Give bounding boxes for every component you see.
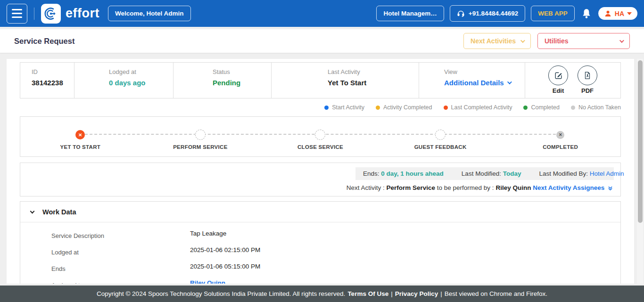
service-request-panel: ID 38142238 Lodged at 0 days ago Status … bbox=[7, 59, 634, 284]
request-info-strip: ID 38142238 Lodged at 0 days ago Status … bbox=[20, 62, 621, 98]
next-activities-button[interactable]: Next Activities bbox=[463, 33, 531, 49]
view-label: View bbox=[444, 68, 525, 75]
timeline-step-close-service: CLOSE SERVICE bbox=[260, 130, 380, 156]
performed-by-label: to be performed by : bbox=[437, 184, 494, 191]
footer-separator: | bbox=[440, 290, 442, 297]
timeline-step-label: PERFORM SERVICE bbox=[173, 144, 227, 150]
caret-down-icon bbox=[627, 12, 632, 15]
app-header: effort Welcome, Hotel Admin Hotel Manage… bbox=[0, 0, 644, 27]
work-data-row: Assigned to Riley Quinn bbox=[51, 279, 620, 284]
red-dot-icon bbox=[444, 106, 448, 110]
user-menu[interactable]: HA bbox=[598, 7, 637, 20]
effort-logo-icon bbox=[41, 4, 61, 24]
chevron-down-icon bbox=[30, 209, 35, 214]
additional-details-link[interactable]: Additional Details bbox=[444, 79, 525, 87]
brand-logo[interactable]: effort bbox=[41, 4, 108, 24]
field-label: Assigned to bbox=[51, 279, 190, 284]
status-label: Status bbox=[213, 68, 271, 75]
legend-label: Activity Completed bbox=[383, 104, 432, 111]
person-icon bbox=[604, 9, 612, 17]
next-activity-label: Next Activity : bbox=[347, 184, 385, 191]
legend-label: Completed bbox=[531, 104, 559, 111]
vertical-scrollbar[interactable] bbox=[637, 59, 643, 284]
dashed-circle-icon bbox=[315, 130, 325, 140]
next-activity-value: Perform Service bbox=[386, 184, 435, 191]
edit-button[interactable]: Edit bbox=[548, 65, 568, 98]
next-activities-label: Next Activities bbox=[471, 37, 516, 45]
hamburger-menu-icon[interactable] bbox=[7, 4, 27, 24]
last-modified-by-link[interactable]: Hotel Admin bbox=[590, 170, 624, 177]
dashed-circle-icon bbox=[435, 130, 446, 140]
pdf-button[interactable]: PDF bbox=[578, 65, 597, 98]
edit-label: Edit bbox=[548, 87, 568, 94]
info-status: Status Pending bbox=[173, 63, 272, 98]
work-data-section: Work Data Service Description Tap Leakag… bbox=[20, 201, 621, 284]
last-activity-value: Yet To Start bbox=[328, 79, 419, 87]
next-activity-assignees-link[interactable]: Next Activity Assignees bbox=[533, 184, 613, 191]
lodged-at-value: 0 days ago bbox=[109, 79, 173, 87]
page-toolbar: Service Request Next Activities Utilitie… bbox=[0, 29, 644, 53]
timeline-step-label: YET TO START bbox=[60, 144, 101, 150]
field-label: Service Description bbox=[51, 230, 190, 239]
web-app-button[interactable]: WEB APP bbox=[531, 6, 575, 21]
ends-value: 0 day, 1 hours ahead bbox=[381, 170, 444, 177]
header-divider bbox=[34, 8, 34, 20]
field-value: Tap Leakage bbox=[190, 230, 226, 239]
last-modified-by-label: Last Modified By: bbox=[539, 170, 588, 177]
work-data-row: Service Description Tap Leakage bbox=[51, 230, 620, 239]
timeline-step-label: COMPLETED bbox=[543, 144, 578, 150]
double-chevron-down-icon bbox=[608, 186, 613, 191]
field-label: Lodged at bbox=[51, 246, 190, 256]
yellow-dot-icon bbox=[376, 106, 380, 110]
org-name: Hotel Managem… bbox=[383, 10, 437, 17]
field-value: 2025-01-06 02:15:00 PM bbox=[190, 246, 260, 256]
field-value: 2025-01-06 05:15:00 PM bbox=[190, 263, 260, 272]
additional-details-label: Additional Details bbox=[444, 79, 504, 87]
phone-number: +91.84484.44692 bbox=[469, 10, 518, 17]
footer: Copyright © 2024 Spoors Technology Solut… bbox=[0, 286, 644, 302]
org-selector[interactable]: Hotel Managem… bbox=[376, 6, 444, 21]
support-phone[interactable]: +91.84484.44692 bbox=[450, 5, 525, 22]
last-modified-label: Last Modified: bbox=[462, 170, 501, 177]
copyright-text: Copyright © 2024 Spoors Technology Solut… bbox=[97, 290, 345, 297]
last-modified-by-field: Last Modified By: Hotel Admin bbox=[539, 170, 624, 177]
utilities-dropdown[interactable]: Utilities bbox=[537, 33, 630, 49]
terms-of-use-link[interactable]: Terms Of Use bbox=[347, 290, 388, 297]
assignees-link-label: Next Activity Assignees bbox=[533, 184, 604, 191]
timeline-step-label: GUEST FEEDBACK bbox=[414, 144, 467, 150]
ends-field: Ends: 0 day, 1 hours ahead bbox=[363, 170, 444, 177]
headset-icon bbox=[457, 9, 465, 17]
last-modified-field: Last Modified: Today bbox=[462, 170, 521, 177]
work-data-rows: Service Description Tap Leakage Lodged a… bbox=[20, 222, 620, 284]
info-actions: Edit PDF bbox=[525, 63, 620, 98]
summary-box: Ends: 0 day, 1 hours ahead Last Modified… bbox=[20, 163, 621, 196]
legend-label: Start Activity bbox=[332, 104, 364, 111]
ends-label: Ends: bbox=[363, 170, 380, 177]
next-activity-line: Next Activity : Perform Service to be pe… bbox=[27, 184, 614, 191]
legend-activity-completed: Activity Completed bbox=[376, 104, 432, 111]
dashed-circle-icon bbox=[195, 130, 206, 140]
notifications-bell-icon[interactable] bbox=[580, 8, 593, 20]
privacy-policy-link[interactable]: Privacy Policy bbox=[395, 290, 438, 297]
x-circle-icon: ✕ bbox=[75, 130, 85, 139]
best-viewed-text: Best viewed on Chrome and Firefox. bbox=[445, 290, 547, 297]
scrollbar-thumb[interactable] bbox=[638, 60, 643, 223]
legend-no-action-taken: No Action Taken bbox=[571, 104, 621, 111]
legend-label: No Action Taken bbox=[578, 104, 621, 111]
summary-strip: Ends: 0 day, 1 hours ahead Last Modified… bbox=[355, 167, 614, 180]
work-data-header[interactable]: Work Data bbox=[20, 202, 620, 222]
timeline-step-label: CLOSE SERVICE bbox=[297, 144, 343, 150]
utilities-label: Utilities bbox=[545, 37, 569, 45]
page-title: Service Request bbox=[14, 37, 74, 46]
x-circle-gray-icon: ✕ bbox=[556, 131, 564, 139]
last-activity-label: Last Activity bbox=[328, 68, 419, 75]
assigned-to-link[interactable]: Riley Quinn bbox=[190, 279, 225, 284]
status-badge: Pending bbox=[213, 79, 271, 87]
field-label: Ends bbox=[51, 263, 190, 272]
welcome-text: Welcome, Hotel Admin bbox=[115, 10, 184, 17]
web-app-label: WEB APP bbox=[538, 10, 568, 17]
lodged-at-label: Lodged at bbox=[109, 68, 173, 75]
pencil-square-icon bbox=[554, 71, 563, 80]
welcome-badge: Welcome, Hotel Admin bbox=[108, 6, 191, 21]
timeline-step-yet-to-start: ✕ YET TO START bbox=[20, 130, 140, 156]
